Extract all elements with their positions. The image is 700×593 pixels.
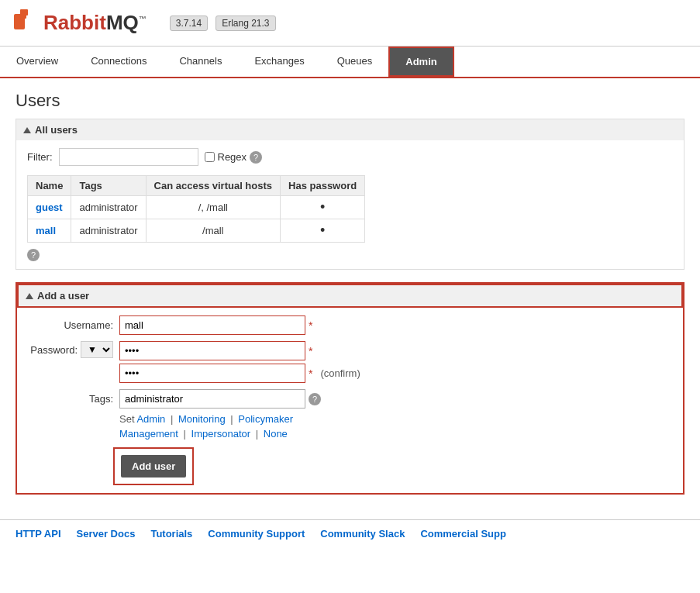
collapse-icon — [23, 127, 31, 133]
footer-community-slack[interactable]: Community Slack — [320, 528, 405, 540]
all-users-content: Filter: Regex ? Name Tags Can access vir… — [16, 140, 684, 269]
add-user-section: Add a user Username: * Password: ▼ — [16, 282, 684, 495]
tags-label: Tags: — [28, 393, 113, 405]
footer-commercial-support[interactable]: Commercial Supp — [420, 528, 506, 540]
nav-overview[interactable]: Overview — [0, 47, 74, 77]
logo-icon — [12, 8, 40, 38]
user-tags: administrator — [71, 196, 146, 219]
add-user-collapse-icon — [26, 293, 33, 299]
filter-row: Filter: Regex ? — [27, 148, 673, 166]
all-users-label: All users — [35, 124, 78, 136]
regex-help-icon[interactable]: ? — [250, 151, 262, 164]
tag-admin[interactable]: Admin — [136, 413, 165, 425]
confirm-input[interactable] — [119, 364, 305, 383]
nav-connections[interactable]: Connections — [74, 47, 163, 77]
password-fields: * * (confirm) — [119, 341, 360, 383]
page-header: RabbitMQ™ 3.7.14 Erlang 21.3 — [0, 0, 700, 47]
password-type-select[interactable]: ▼ — [81, 341, 113, 358]
tag-impersonator[interactable]: Impersonator — [191, 428, 251, 440]
confirm-required-star: * — [309, 367, 312, 380]
tag-monitoring[interactable]: Monitoring — [178, 413, 226, 425]
tags-row: Tags: ? — [28, 389, 672, 409]
tag-management[interactable]: Management — [119, 428, 178, 440]
add-user-button-section: Add user — [113, 447, 194, 485]
all-users-header[interactable]: All users — [16, 119, 684, 140]
page-footer: HTTP API Server Docs Tutorials Community… — [0, 519, 700, 547]
user-name[interactable]: mall — [28, 219, 71, 243]
tags-input[interactable] — [119, 389, 305, 409]
regex-checkbox[interactable] — [205, 152, 215, 162]
logo: RabbitMQ™ — [12, 8, 147, 38]
logo-text: RabbitMQ™ — [43, 11, 147, 35]
user-has-password: • — [281, 196, 365, 219]
user-tags: administrator — [71, 219, 146, 243]
regex-label: Regex — [218, 151, 247, 163]
password-input-wrap: * — [119, 341, 360, 360]
add-user-label: Add a user — [37, 290, 89, 302]
nav-admin[interactable]: Admin — [388, 47, 453, 77]
users-table: Name Tags Can access virtual hosts Has p… — [27, 175, 365, 243]
add-user-header[interactable]: Add a user — [17, 284, 683, 308]
footer-community-support[interactable]: Community Support — [208, 528, 305, 540]
col-name: Name — [28, 176, 71, 196]
username-input-wrap: * — [119, 315, 312, 335]
add-user-content: Username: * Password: ▼ * — [17, 308, 683, 493]
password-label-wrap: Password: ▼ — [28, 341, 113, 358]
page-content: Users All users Filter: Regex ? Name — [0, 78, 700, 519]
password-input[interactable] — [119, 341, 305, 360]
tag-none[interactable]: None — [264, 428, 288, 440]
filter-input[interactable] — [59, 148, 198, 166]
username-input[interactable] — [119, 315, 305, 335]
user-name[interactable]: guest — [28, 196, 71, 219]
tags-help-icon[interactable]: ? — [309, 393, 321, 405]
user-vhosts: /mall — [146, 219, 280, 243]
password-row: Password: ▼ * * (confirm) — [28, 341, 672, 383]
footer-tutorials[interactable]: Tutorials — [150, 528, 192, 540]
confirm-input-wrap: * (confirm) — [119, 364, 360, 383]
col-tags: Tags — [71, 176, 146, 196]
filter-label: Filter: — [27, 151, 53, 163]
set-label: Set — [119, 413, 135, 425]
footer-server-docs[interactable]: Server Docs — [77, 528, 136, 540]
user-vhosts: /, /mall — [146, 196, 280, 219]
password-label: Password: — [30, 344, 78, 356]
regex-row: Regex ? — [205, 151, 263, 164]
svg-rect-2 — [25, 9, 28, 16]
set-tags-row-1: Set Admin | Monitoring | Policymaker — [119, 413, 672, 425]
table-row: mall administrator /mall • — [28, 219, 365, 243]
user-has-password: • — [281, 219, 365, 243]
page-title: Users — [16, 91, 684, 111]
table-row: guest administrator /, /mall • — [28, 196, 365, 219]
main-nav: Overview Connections Channels Exchanges … — [0, 47, 700, 78]
username-required-star: * — [309, 319, 312, 332]
all-users-section: All users Filter: Regex ? Name Tags Can … — [16, 119, 684, 270]
col-password: Has password — [281, 176, 365, 196]
col-vhosts: Can access virtual hosts — [146, 176, 280, 196]
password-required-star: * — [309, 345, 312, 357]
username-label: Username: — [28, 319, 113, 331]
erlang-badge: Erlang 21.3 — [216, 16, 275, 31]
version-badge: 3.7.14 — [170, 16, 208, 31]
nav-queues[interactable]: Queues — [321, 47, 389, 77]
nav-channels[interactable]: Channels — [163, 47, 238, 77]
tag-policymaker[interactable]: Policymaker — [238, 413, 293, 425]
footer-http-api[interactable]: HTTP API — [16, 528, 61, 540]
set-tags-row-2: Management | Impersonator | None — [119, 428, 672, 440]
tags-input-wrap: ? — [119, 389, 321, 409]
username-row: Username: * — [28, 315, 672, 335]
table-help-icon[interactable]: ? — [27, 249, 40, 261]
nav-exchanges[interactable]: Exchanges — [238, 47, 320, 77]
confirm-label: (confirm) — [320, 367, 360, 379]
add-user-button[interactable]: Add user — [121, 455, 186, 478]
